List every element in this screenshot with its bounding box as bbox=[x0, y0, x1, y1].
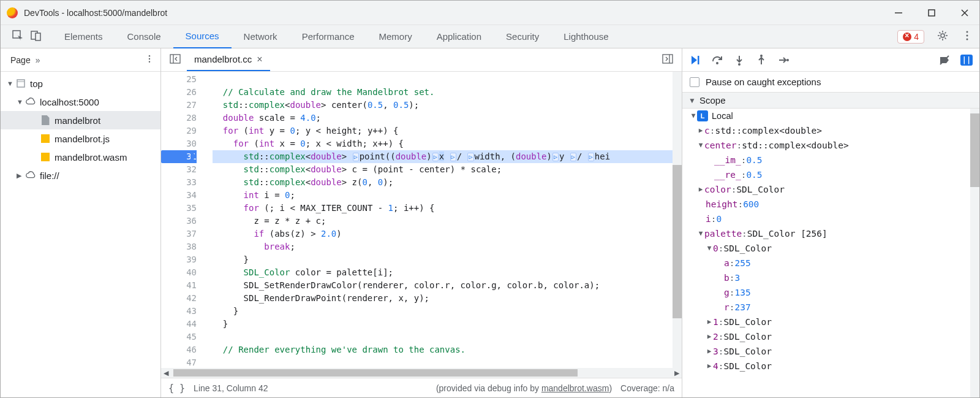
pause-on-exceptions-button[interactable]: || bbox=[960, 53, 973, 67]
deactivate-breakpoints-button[interactable] bbox=[938, 53, 951, 67]
step-out-button[interactable] bbox=[755, 53, 768, 67]
close-tab-icon[interactable]: × bbox=[257, 54, 262, 65]
tree-file-mandelbrot[interactable]: mandelbrot bbox=[1, 111, 160, 129]
tab-application[interactable]: Application bbox=[424, 25, 494, 48]
tree-file-scheme[interactable]: ▶file:// bbox=[1, 166, 160, 185]
svg-point-9 bbox=[967, 35, 968, 37]
coverage-text: Coverage: n/a bbox=[620, 383, 674, 393]
var-palette-1[interactable]: ▶1: SDL_Color bbox=[682, 315, 979, 329]
tab-elements[interactable]: Elements bbox=[52, 25, 115, 48]
resume-button[interactable] bbox=[688, 53, 702, 67]
document-icon bbox=[40, 115, 51, 126]
inspect-element-icon[interactable] bbox=[12, 29, 24, 44]
svg-point-11 bbox=[149, 55, 150, 56]
var-palette-3[interactable]: ▶3: SDL_Color bbox=[682, 344, 979, 359]
svg-point-23 bbox=[738, 63, 741, 66]
var-i[interactable]: i: 0 bbox=[682, 212, 979, 226]
svg-rect-6 bbox=[36, 33, 40, 40]
window-title: DevTools - localhost:5000/mandelbrot bbox=[24, 8, 890, 18]
scope-vertical-scrollbar[interactable] bbox=[970, 109, 979, 397]
tab-lighthouse[interactable]: Lighthouse bbox=[551, 25, 620, 48]
cloud-icon bbox=[25, 170, 36, 181]
window-titlebar: DevTools - localhost:5000/mandelbrot bbox=[1, 1, 979, 25]
tree-top[interactable]: ▼top bbox=[1, 74, 160, 93]
svg-point-7 bbox=[941, 34, 944, 37]
debugger-toolbar: || bbox=[682, 48, 979, 72]
scope-section-header[interactable]: ▼Scope bbox=[682, 93, 979, 109]
settings-gear-icon[interactable] bbox=[930, 29, 955, 44]
var-color[interactable]: ▶color: SDL_Color bbox=[682, 182, 979, 197]
var-palette-0-r[interactable]: r: 237 bbox=[682, 300, 979, 315]
tab-sources[interactable]: Sources bbox=[173, 25, 232, 48]
code-editor[interactable]: 2526272829303132333435363738394041424344… bbox=[161, 72, 682, 368]
svg-point-10 bbox=[967, 39, 968, 40]
var-palette-0-a[interactable]: a: 255 bbox=[682, 256, 979, 270]
more-menu-icon[interactable] bbox=[955, 29, 979, 44]
device-toolbar-icon[interactable] bbox=[30, 29, 42, 44]
pause-on-caught-row[interactable]: Pause on caught exceptions bbox=[682, 72, 979, 93]
toggle-navigator-icon[interactable] bbox=[166, 53, 184, 66]
editor-file-name: mandelbrot.cc bbox=[194, 54, 252, 64]
scrollbar-thumb[interactable] bbox=[673, 165, 682, 318]
frame-icon bbox=[15, 78, 26, 89]
window-close-button[interactable] bbox=[956, 4, 973, 21]
svg-rect-20 bbox=[698, 56, 699, 64]
tab-security[interactable]: Security bbox=[494, 25, 551, 48]
file-tree: ▼top ▼localhost:5000 mandelbrot mandelbr… bbox=[1, 72, 160, 397]
code-content[interactable]: // Calculate and draw the Mandelbrot set… bbox=[202, 72, 682, 368]
local-badge-icon: L bbox=[697, 110, 708, 121]
editor-vertical-scrollbar[interactable] bbox=[673, 72, 682, 368]
var-palette-2[interactable]: ▶2: SDL_Color bbox=[682, 329, 979, 344]
svg-point-12 bbox=[149, 58, 150, 59]
debug-info-link[interactable]: mandelbrot.wasm bbox=[541, 383, 609, 393]
step-into-button[interactable] bbox=[733, 53, 746, 67]
scope-local-header[interactable]: ▼LLocal bbox=[682, 109, 979, 123]
var-palette-0[interactable]: ▼0: SDL_Color bbox=[682, 241, 979, 256]
cursor-position: Line 31, Column 42 bbox=[194, 383, 268, 393]
line-gutter[interactable]: 2526272829303132333435363738394041424344… bbox=[161, 72, 202, 368]
tree-file-mandelbrot-wasm[interactable]: mandelbrot.wasm bbox=[1, 148, 160, 166]
pause-caught-checkbox[interactable] bbox=[690, 77, 699, 87]
var-center[interactable]: ▼center: std::complex<double> bbox=[682, 138, 979, 153]
svg-point-27 bbox=[786, 59, 789, 61]
navigator-tab-page[interactable]: Page bbox=[7, 55, 31, 65]
tree-file-mandelbrot-js[interactable]: mandelbrot.js bbox=[1, 129, 160, 148]
tab-memory[interactable]: Memory bbox=[367, 25, 424, 48]
scope-variables: ▼LLocal ▶c: std::complex<double> ▼center… bbox=[682, 109, 979, 397]
tab-network[interactable]: Network bbox=[232, 25, 290, 48]
tab-console[interactable]: Console bbox=[115, 25, 173, 48]
error-count-badge[interactable]: 4 bbox=[897, 30, 924, 44]
step-over-button[interactable] bbox=[710, 53, 724, 67]
editor-file-tab[interactable]: mandelbrot.cc × bbox=[187, 49, 270, 71]
var-palette[interactable]: ▼palette: SDL_Color [256] bbox=[682, 226, 979, 241]
toggle-debugger-icon[interactable] bbox=[658, 53, 677, 66]
scrollbar-thumb[interactable] bbox=[173, 369, 578, 377]
window-minimize-button[interactable] bbox=[890, 4, 907, 21]
script-file-icon bbox=[40, 133, 51, 144]
panel-tabrow: ElementsConsoleSourcesNetworkPerformance… bbox=[1, 25, 979, 48]
var-center-re[interactable]: __re_: 0.5 bbox=[682, 167, 979, 182]
editor-header: mandelbrot.cc × bbox=[161, 48, 682, 72]
svg-rect-1 bbox=[929, 10, 935, 16]
var-palette-0-b[interactable]: b: 3 bbox=[682, 270, 979, 285]
scrollbar-thumb[interactable] bbox=[970, 113, 979, 187]
tree-host[interactable]: ▼localhost:5000 bbox=[1, 93, 160, 111]
error-icon bbox=[903, 33, 911, 41]
var-palette-0-g[interactable]: g: 135 bbox=[682, 285, 979, 300]
var-c[interactable]: ▶c: std::complex<double> bbox=[682, 123, 979, 138]
var-center-im[interactable]: __im_: 0.5 bbox=[682, 153, 979, 167]
pretty-print-icon[interactable]: { } bbox=[168, 383, 185, 394]
tab-performance[interactable]: Performance bbox=[290, 25, 367, 48]
navigator-expand-icon[interactable]: » bbox=[36, 55, 40, 65]
var-palette-4[interactable]: ▶4: SDL_Color bbox=[682, 359, 979, 373]
error-count: 4 bbox=[914, 32, 919, 42]
svg-point-21 bbox=[716, 62, 718, 64]
step-button[interactable] bbox=[777, 53, 790, 67]
editor-horizontal-scrollbar[interactable]: ◀▶ bbox=[161, 368, 682, 378]
cloud-icon bbox=[25, 96, 36, 107]
navigator-more-icon[interactable] bbox=[145, 54, 154, 66]
window-maximize-button[interactable] bbox=[923, 4, 940, 21]
svg-point-8 bbox=[967, 31, 968, 33]
devtools-logo-icon bbox=[7, 7, 18, 18]
var-height[interactable]: height: 600 bbox=[682, 197, 979, 212]
